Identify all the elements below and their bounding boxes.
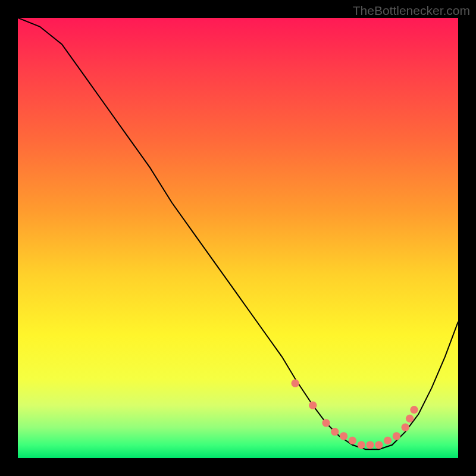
chart-plot-area: [18, 18, 458, 458]
highlight-dot: [349, 437, 356, 444]
highlight-dot: [331, 428, 339, 436]
highlight-dot: [358, 441, 365, 449]
highlight-dot: [402, 424, 409, 431]
highlight-dot: [410, 406, 418, 414]
highlight-dot: [322, 419, 330, 427]
highlight-dot: [292, 380, 299, 387]
highlight-dot: [340, 432, 347, 440]
highlight-dot: [309, 402, 317, 409]
highlight-dot: [375, 441, 383, 449]
highlight-dot: [406, 415, 414, 422]
highlight-dot: [384, 437, 392, 444]
highlight-dot: [393, 432, 400, 440]
watermark-text: TheBottlenecker.com: [353, 4, 470, 18]
highlight-dot: [366, 441, 374, 449]
chart-highlight-dots: [18, 18, 458, 458]
